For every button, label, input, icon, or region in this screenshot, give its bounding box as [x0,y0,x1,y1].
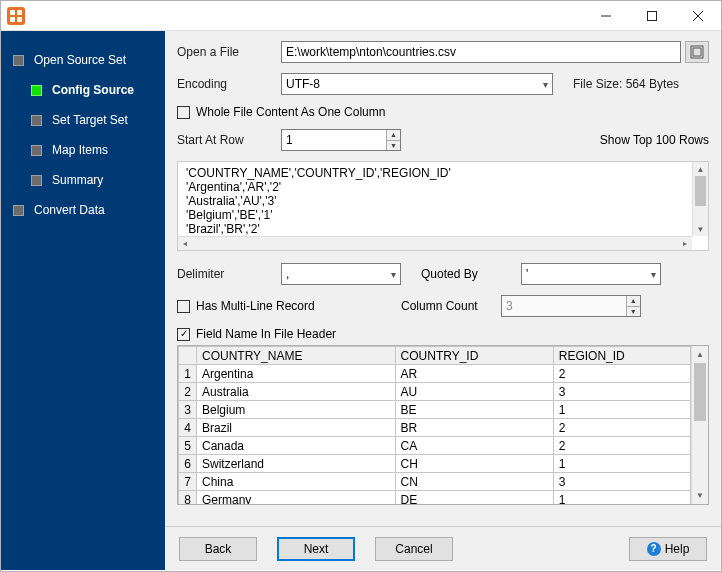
grid-cell[interactable]: Belgium [197,401,396,419]
grid-cell[interactable]: CN [395,473,553,491]
preview-horizontal-scrollbar[interactable]: ◂ ▸ [178,236,692,250]
table-row[interactable]: 8GermanyDE1 [179,491,691,506]
open-file-input[interactable] [281,41,681,63]
grid-cell[interactable]: BE [395,401,553,419]
next-button[interactable]: Next [277,537,355,561]
minimize-button[interactable] [583,1,629,31]
scroll-thumb[interactable] [695,176,706,206]
chevron-down-icon: ▾ [391,269,396,280]
help-icon: ? [647,542,661,556]
delimiter-select[interactable]: , ▾ [281,263,401,285]
table-row[interactable]: 7ChinaCN3 [179,473,691,491]
table-row[interactable]: 1ArgentinaAR2 [179,365,691,383]
table-row[interactable]: 2AustraliaAU3 [179,383,691,401]
app-icon [7,7,25,25]
chevron-down-icon: ▾ [651,269,656,280]
svg-rect-1 [648,11,657,20]
nav-open-source-set[interactable]: Open Source Set [13,45,157,75]
nav-label: Set Target Set [52,113,128,127]
svg-rect-5 [693,48,701,56]
grid-cell[interactable]: DE [395,491,553,506]
grid-cell[interactable]: 1 [553,401,690,419]
header-checkbox[interactable]: ✓ Field Name In File Header [177,327,336,341]
close-button[interactable] [675,1,721,31]
scroll-left-icon[interactable]: ◂ [178,239,192,248]
nav-config-source[interactable]: Config Source [13,75,157,105]
maximize-button[interactable] [629,1,675,31]
scroll-thumb[interactable] [694,363,706,421]
multiline-label: Has Multi-Line Record [196,299,315,313]
grid-cell[interactable]: 3 [553,383,690,401]
nav-set-target-set[interactable]: Set Target Set [13,105,157,135]
grid-col-header[interactable]: REGION_ID [553,347,690,365]
grid-vertical-scrollbar[interactable]: ▲ ▼ [691,346,708,504]
show-top-label: Show Top 100 Rows [600,133,709,147]
grid-cell[interactable]: 2 [553,365,690,383]
start-row-input[interactable] [282,130,386,150]
row-number: 8 [179,491,197,506]
grid-cell[interactable]: Argentina [197,365,396,383]
grid-cell[interactable]: Brazil [197,419,396,437]
grid-cell[interactable]: Canada [197,437,396,455]
whole-file-checkbox[interactable]: Whole File Content As One Column [177,105,385,119]
grid-col-header[interactable]: COUNTRY_ID [395,347,553,365]
spin-down-icon[interactable]: ▼ [387,141,400,151]
colcount-label: Column Count [401,299,501,313]
cancel-button[interactable]: Cancel [375,537,453,561]
titlebar [1,1,721,31]
scroll-up-icon[interactable]: ▲ [692,346,708,363]
nav-summary[interactable]: Summary [13,165,157,195]
grid-cell[interactable]: China [197,473,396,491]
file-preview-text: 'COUNTRY_NAME','COUNTRY_ID','REGION_ID' … [178,162,708,236]
grid-cell[interactable]: Germany [197,491,396,506]
multiline-checkbox[interactable]: Has Multi-Line Record [177,299,401,313]
wizard-window: Open Source Set Config Source Set Target… [0,0,722,572]
delimiter-value: , [286,267,289,281]
grid-cell[interactable]: AU [395,383,553,401]
quoted-select[interactable]: ' ▾ [521,263,661,285]
table-row[interactable]: 5CanadaCA2 [179,437,691,455]
grid-cell[interactable]: 1 [553,455,690,473]
help-button[interactable]: ? Help [629,537,707,561]
delimiter-label: Delimiter [177,267,281,281]
grid-cell[interactable]: BR [395,419,553,437]
row-number: 4 [179,419,197,437]
back-button[interactable]: Back [179,537,257,561]
table-row[interactable]: 3BelgiumBE1 [179,401,691,419]
wizard-sidebar: Open Source Set Config Source Set Target… [1,31,165,570]
grid-cell[interactable]: Australia [197,383,396,401]
grid-cell[interactable]: 1 [553,491,690,506]
grid-cell[interactable]: 3 [553,473,690,491]
scroll-up-icon[interactable]: ▲ [693,162,708,176]
colcount-spinner: ▲▼ [501,295,641,317]
encoding-value: UTF-8 [286,77,320,91]
table-row[interactable]: 4BrazilBR2 [179,419,691,437]
grid-cell[interactable]: CA [395,437,553,455]
data-grid-container: COUNTRY_NAME COUNTRY_ID REGION_ID 1Argen… [177,345,709,505]
quoted-label: Quoted By [421,267,521,281]
grid-cell[interactable]: AR [395,365,553,383]
nav-label: Map Items [52,143,108,157]
scroll-right-icon[interactable]: ▸ [678,239,692,248]
grid-cell[interactable]: Switzerland [197,455,396,473]
nav-map-items[interactable]: Map Items [13,135,157,165]
grid-cell[interactable]: CH [395,455,553,473]
chevron-down-icon: ▾ [543,79,548,90]
scroll-down-icon[interactable]: ▼ [693,222,708,236]
scroll-down-icon[interactable]: ▼ [692,487,708,504]
table-row[interactable]: 6SwitzerlandCH1 [179,455,691,473]
preview-vertical-scrollbar[interactable]: ▲ ▼ [692,162,708,236]
nav-label: Convert Data [34,203,105,217]
row-number: 5 [179,437,197,455]
spin-up-icon[interactable]: ▲ [387,130,400,141]
colcount-input [502,296,626,316]
browse-file-button[interactable] [685,41,709,63]
quoted-value: ' [526,267,528,281]
grid-cell[interactable]: 2 [553,419,690,437]
row-number: 2 [179,383,197,401]
start-row-spinner[interactable]: ▲▼ [281,129,401,151]
encoding-select[interactable]: UTF-8 ▾ [281,73,553,95]
grid-col-header[interactable]: COUNTRY_NAME [197,347,396,365]
nav-convert-data[interactable]: Convert Data [13,195,157,225]
grid-cell[interactable]: 2 [553,437,690,455]
